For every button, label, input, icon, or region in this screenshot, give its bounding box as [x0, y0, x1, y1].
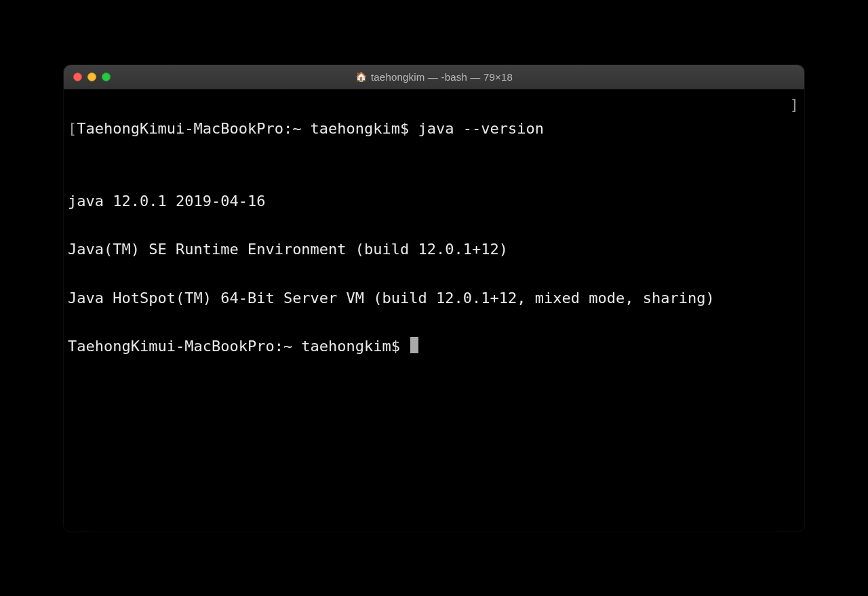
output-line-2: Java(TM) SE Runtime Environment (build 1… [68, 237, 800, 262]
output-line-3: Java HotSpot(TM) 64-Bit Server VM (build… [68, 286, 800, 311]
output-line-1: java 12.0.1 2019-04-16 [68, 189, 800, 214]
title-center: 🏠 taehongkim — -bash — 79×18 [64, 71, 804, 83]
home-icon: 🏠 [355, 72, 367, 81]
prompt-text-2: TaehongKimui-MacBookPro:~ taehongkim$ [68, 338, 409, 355]
cursor-block [410, 337, 418, 353]
traffic-lights [64, 73, 111, 81]
maximize-button[interactable] [102, 73, 111, 81]
window-titlebar[interactable]: 🏠 taehongkim — -bash — 79×18 [64, 65, 804, 90]
command-1: java --version [418, 120, 544, 137]
left-bracket: [ [68, 120, 77, 137]
terminal-window: 🏠 taehongkim — -bash — 79×18 [TaehongKim… [64, 65, 804, 532]
right-bracket: ] [790, 93, 799, 117]
minimize-button[interactable] [87, 73, 96, 81]
prompt-line-1: [TaehongKimui-MacBookPro:~ taehongkim$ j… [68, 117, 800, 141]
window-title: taehongkim — -bash — 79×18 [371, 71, 513, 83]
prompt-text-1: TaehongKimui-MacBookPro:~ taehongkim$ [77, 120, 418, 137]
prompt-line-2: TaehongKimui-MacBookPro:~ taehongkim$ [68, 334, 800, 359]
terminal-body[interactable]: [TaehongKimui-MacBookPro:~ taehongkim$ j… [64, 90, 804, 532]
close-button[interactable] [73, 73, 82, 81]
